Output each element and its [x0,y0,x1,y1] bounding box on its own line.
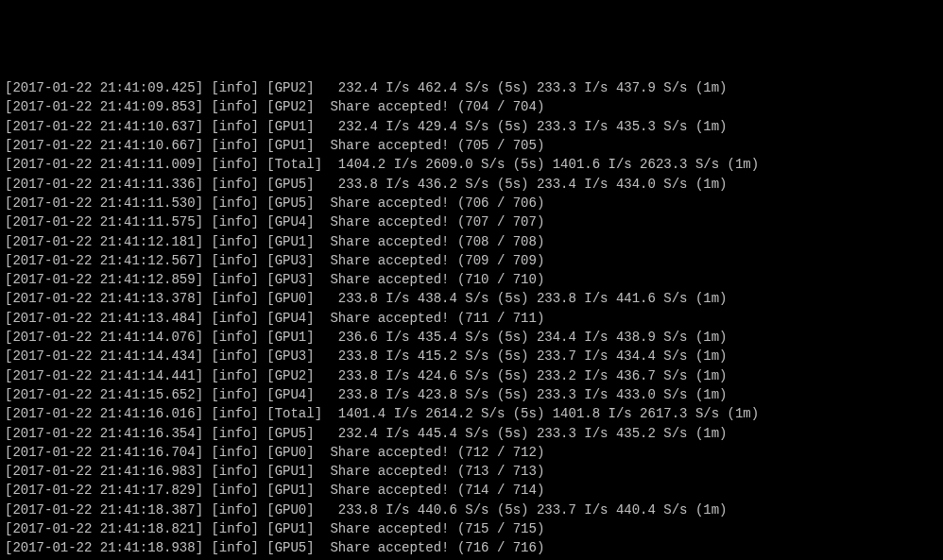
log-line: [2017-01-22 21:41:11.575] [info] [GPU4] … [5,212,938,231]
log-line: [2017-01-22 21:41:16.354] [info] [GPU5] … [5,424,938,443]
log-line: [2017-01-22 21:41:11.336] [info] [GPU5] … [5,175,938,194]
log-line: [2017-01-22 21:41:13.484] [info] [GPU4] … [5,309,938,328]
log-line: [2017-01-22 21:41:14.076] [info] [GPU1] … [5,328,938,347]
log-line: [2017-01-22 21:41:18.938] [info] [GPU5] … [5,538,938,557]
terminal-output: [2017-01-22 21:41:09.425] [info] [GPU2] … [5,78,938,560]
log-line: [2017-01-22 21:41:11.530] [info] [GPU5] … [5,194,938,212]
log-line: [2017-01-22 21:41:10.637] [info] [GPU1] … [5,117,938,136]
log-line: [2017-01-22 21:41:12.859] [info] [GPU3] … [5,270,938,289]
log-line: [2017-01-22 21:41:13.378] [info] [GPU0] … [5,289,938,308]
log-line: [2017-01-22 21:41:16.704] [info] [GPU0] … [5,443,938,462]
log-line: [2017-01-22 21:41:09.425] [info] [GPU2] … [5,78,938,97]
log-line: [2017-01-22 21:41:16.983] [info] [GPU1] … [5,462,938,481]
log-line: [2017-01-22 21:41:12.181] [info] [GPU1] … [5,232,938,251]
log-line: [2017-01-22 21:41:15.652] [info] [GPU4] … [5,385,938,404]
log-line: [2017-01-22 21:41:16.016] [info] [Total]… [5,404,938,423]
log-line: [2017-01-22 21:41:10.667] [info] [GPU1] … [5,136,938,155]
log-line: [2017-01-22 21:41:18.821] [info] [GPU1] … [5,519,938,538]
log-line: [2017-01-22 21:41:11.009] [info] [Total]… [5,155,938,174]
log-line: [2017-01-22 21:41:12.567] [info] [GPU3] … [5,251,938,270]
log-line: [2017-01-22 21:41:09.853] [info] [GPU2] … [5,97,938,116]
log-line: [2017-01-22 21:41:14.434] [info] [GPU3] … [5,347,938,365]
log-line: [2017-01-22 21:41:18.387] [info] [GPU0] … [5,501,938,519]
log-line: [2017-01-22 21:41:14.441] [info] [GPU2] … [5,366,938,385]
log-line: [2017-01-22 21:41:17.829] [info] [GPU1] … [5,481,938,500]
